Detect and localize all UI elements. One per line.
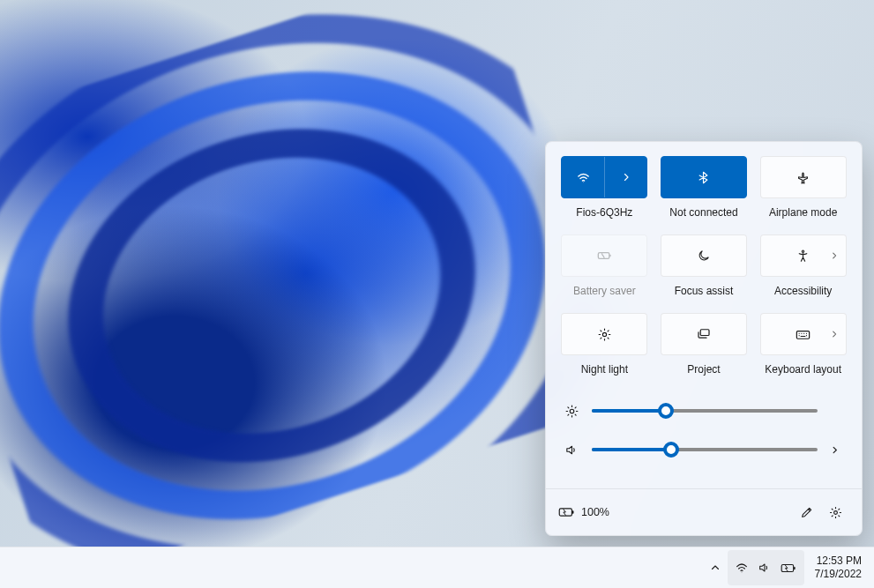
taskbar: 12:53 PM 7/19/2022 <box>0 547 874 588</box>
airplane-mode-label: Airplane mode <box>769 206 837 219</box>
svg-point-0 <box>583 182 584 182</box>
svg-rect-2 <box>610 255 611 257</box>
brightness-icon <box>564 404 579 419</box>
svg-point-7 <box>570 409 574 413</box>
focus-assist-toggle[interactable] <box>661 234 747 277</box>
keyboard-icon <box>795 326 811 343</box>
project-icon <box>696 326 712 342</box>
wifi-label: Fios-6Q3Hz <box>576 206 632 219</box>
tray-overflow-button[interactable] <box>705 550 726 585</box>
battery-saver-icon <box>595 247 613 264</box>
tray-quick-settings-button[interactable] <box>728 550 804 585</box>
volume-output-button[interactable] <box>830 445 844 455</box>
svg-point-10 <box>833 510 837 514</box>
volume-icon <box>758 561 772 575</box>
svg-rect-9 <box>572 510 574 513</box>
brightness-slider[interactable] <box>592 409 818 413</box>
airplane-mode-toggle[interactable] <box>760 156 847 198</box>
battery-percentage[interactable]: 100% <box>581 506 609 518</box>
volume-slider[interactable] <box>592 448 818 451</box>
chevron-right-icon <box>830 251 839 260</box>
focus-assist-label: Focus assist <box>675 285 734 297</box>
taskbar-date: 7/19/2022 <box>815 568 862 581</box>
battery-saver-label: Battery saver <box>573 285 636 297</box>
gear-icon <box>828 505 843 520</box>
taskbar-time: 12:53 PM <box>815 555 862 568</box>
quick-settings-tiles: Fios-6Q3Hz Not connected Airplane mode <box>546 142 862 379</box>
taskbar-clock[interactable]: 12:53 PM 7/19/2022 <box>806 555 870 581</box>
wifi-toggle[interactable] <box>561 156 647 198</box>
quick-settings-panel: Fios-6Q3Hz Not connected Airplane mode <box>545 141 863 536</box>
svg-point-4 <box>602 332 606 336</box>
keyboard-layout-label: Keyboard layout <box>765 363 841 376</box>
battery-saver-toggle <box>561 234 647 277</box>
wifi-expand-button[interactable] <box>605 157 647 197</box>
svg-rect-13 <box>794 566 796 569</box>
svg-rect-5 <box>700 330 709 336</box>
edit-quick-settings-button[interactable] <box>793 498 821 526</box>
volume-icon <box>564 443 579 458</box>
airplane-icon <box>796 170 811 185</box>
chevron-up-icon <box>710 562 721 573</box>
accessibility-icon <box>796 249 811 264</box>
night-light-label: Night light <box>581 363 628 376</box>
svg-point-11 <box>741 572 742 573</box>
project-toggle[interactable] <box>661 313 747 355</box>
wifi-icon <box>735 561 749 575</box>
night-light-toggle[interactable] <box>561 313 647 355</box>
system-tray: 12:53 PM 7/19/2022 <box>705 550 870 585</box>
battery-icon <box>781 562 797 574</box>
bluetooth-toggle[interactable] <box>661 156 747 198</box>
wifi-toggle-main[interactable] <box>562 157 604 197</box>
sliders-section <box>546 379 862 488</box>
settings-button[interactable] <box>821 498 849 526</box>
battery-icon <box>558 506 576 518</box>
chevron-right-icon <box>621 172 631 182</box>
moon-icon <box>697 249 711 263</box>
svg-point-3 <box>803 250 804 252</box>
bluetooth-label: Not connected <box>669 206 737 219</box>
panel-footer: 100% <box>546 488 862 535</box>
brightness-icon <box>597 327 612 342</box>
wifi-icon <box>576 170 591 185</box>
pencil-icon <box>800 505 814 519</box>
keyboard-layout-toggle[interactable] <box>760 313 847 355</box>
project-label: Project <box>687 363 720 376</box>
chevron-right-icon <box>830 330 839 339</box>
bluetooth-icon <box>697 171 710 184</box>
svg-rect-6 <box>797 331 810 339</box>
accessibility-toggle[interactable] <box>760 234 847 277</box>
accessibility-label: Accessibility <box>774 285 832 297</box>
